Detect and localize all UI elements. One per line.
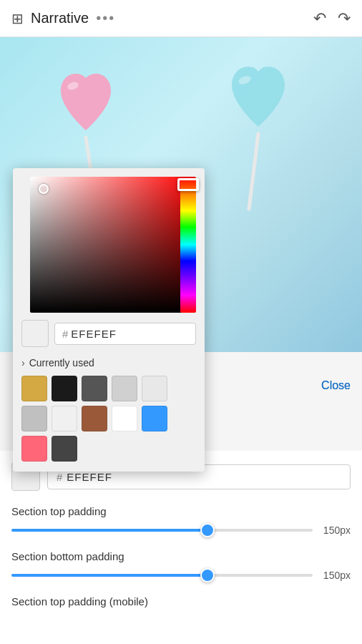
section-top-padding-slider-row: 150px: [11, 525, 351, 536]
section-top-padding-label: Section top padding: [11, 505, 351, 517]
swatch-2[interactable]: [52, 376, 77, 401]
hue-strip-container[interactable]: [180, 177, 196, 313]
back-icon[interactable]: ⊞: [11, 10, 24, 27]
hue-handle[interactable]: [177, 178, 199, 191]
color-hex-input-wrap[interactable]: #: [54, 323, 196, 345]
page-title: Narrative: [31, 10, 89, 26]
swatch-6[interactable]: [21, 406, 47, 431]
close-action-button[interactable]: Close: [321, 379, 351, 392]
section-top-padding-control: Section top padding 150px: [11, 505, 351, 536]
hex-input-main[interactable]: [67, 471, 341, 483]
header-right: ↶ ↷: [313, 9, 351, 28]
section-top-padding-mobile-control: Section top padding (mobile): [11, 595, 351, 608]
swatch-1[interactable]: [21, 376, 47, 401]
swatch-8[interactable]: [82, 406, 107, 431]
section-top-padding-track[interactable]: [11, 529, 313, 532]
hue-strip[interactable]: [180, 177, 196, 313]
settings-area: # Section top padding 150px Section bott…: [0, 451, 362, 644]
undo-button[interactable]: ↶: [313, 9, 326, 28]
more-options-icon[interactable]: •••: [96, 10, 115, 26]
swatch-7[interactable]: [52, 406, 77, 431]
section-top-padding-fill: [11, 529, 207, 532]
section-top-padding-thumb[interactable]: [200, 523, 215, 537]
section-bottom-padding-value: 150px: [318, 570, 351, 581]
section-top-padding-value: 150px: [318, 525, 351, 536]
swatch-5[interactable]: [142, 376, 167, 401]
swatch-4[interactable]: [112, 376, 137, 401]
section-top-padding-mobile-label: Section top padding (mobile): [11, 595, 351, 608]
section-bottom-padding-thumb[interactable]: [200, 568, 215, 582]
currently-used-row[interactable]: › Currently used: [13, 353, 205, 373]
swatch-10[interactable]: [142, 406, 167, 431]
redo-button[interactable]: ↷: [338, 9, 351, 28]
section-bottom-padding-slider-row: 150px: [11, 570, 351, 581]
hash-main: #: [57, 471, 62, 483]
section-bottom-padding-control: Section bottom padding 150px: [11, 550, 351, 581]
swatch-12[interactable]: [52, 436, 77, 462]
color-hex-input[interactable]: [71, 328, 188, 340]
svg-line-2: [249, 134, 258, 209]
swatches-grid: [13, 373, 205, 464]
section-bottom-padding-label: Section bottom padding: [11, 550, 351, 562]
color-gradient-handle[interactable]: [39, 184, 49, 194]
hash-symbol: #: [62, 328, 68, 340]
lollipop-teal: [212, 52, 305, 219]
header: ⊞ Narrative ••• ↶ ↷: [0, 0, 362, 37]
chevron-right-icon: ›: [21, 357, 25, 369]
swatch-11[interactable]: [21, 436, 47, 462]
color-picker-popup: # › Currently used: [13, 168, 205, 472]
swatch-3[interactable]: [82, 376, 107, 401]
color-preview-small: [21, 320, 49, 347]
currently-used-label: Currently used: [29, 357, 94, 369]
header-left: ⊞ Narrative •••: [11, 10, 115, 27]
section-bottom-padding-track[interactable]: [11, 574, 313, 577]
color-input-row: #: [21, 320, 196, 347]
section-bottom-padding-fill: [11, 574, 207, 577]
color-gradient-area[interactable]: [30, 177, 195, 313]
swatch-9[interactable]: [112, 406, 137, 431]
